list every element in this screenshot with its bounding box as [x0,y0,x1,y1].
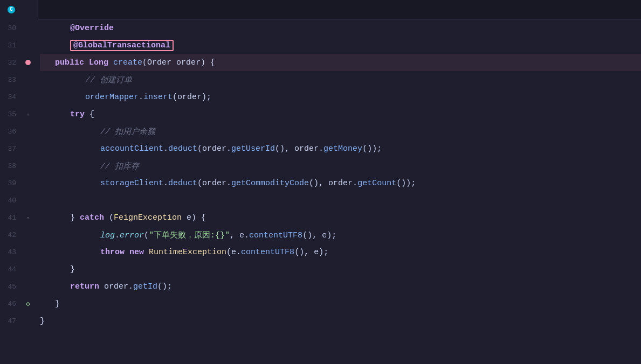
line-content: accountClient.deduct(order.getUserId(), … [100,144,382,153]
token-exception-type: FeignException [114,213,182,222]
token-plain: ()); [396,179,416,188]
line-content: return order.getId(); [70,282,172,291]
line-content: } [70,265,75,274]
code-line: throw new RuntimeException(e.contentUTF8… [40,243,641,261]
token-plain: . [115,231,120,240]
code-line: } [40,295,641,312]
line-content: orderMapper.insert(order); [85,93,211,102]
token-method: orderMapper [85,93,139,102]
line-content: storageClient.deduct(order.getCommodityC… [100,179,416,188]
code-line: } [40,261,641,278]
code-content: @Override@GlobalTransactionalpublic Long… [38,19,641,364]
gutter-row: 42 [0,226,38,243]
token-plain [84,58,89,67]
line-number: 45 [0,283,20,291]
line-number: 44 [0,265,20,274]
code-line [40,192,641,209]
fold-arrow[interactable]: ▾ [26,214,30,221]
line-content: try { [70,110,94,119]
gutter-row: 31 [0,37,38,54]
token-plain: (), order. [275,144,323,153]
token-plain: } [40,317,45,326]
token-plain [125,248,129,257]
line-content: public Long create(Order order) { [55,58,215,67]
line-content: } [55,299,60,309]
token-plain: (), e); [294,248,328,257]
code-editor: 303132333435▾363738394041▾4243444546◇47 … [0,19,641,364]
gutter-row: 43 [0,243,38,261]
line-number: 39 [0,179,20,187]
line-number: 46 [0,300,20,308]
gutter-icons: ▾ [20,111,36,118]
token-comment-cn: // 扣用户余额 [100,128,155,137]
token-log-method: log [100,231,115,240]
token-method: accountClient [100,144,163,153]
gutter-icons: ▾ [20,214,36,221]
gutter-row: 47 [0,312,38,330]
code-line: @Override [40,19,641,37]
token-comment-cn: // 创建订单 [85,76,132,85]
gutter-row: 30 [0,19,38,37]
bookmark-icon[interactable]: ◇ [26,299,30,308]
annotation-box: @GlobalTransactional [70,40,174,51]
line-number: 47 [0,317,20,325]
token-plain: (Order order) { [142,58,215,67]
line-content: // 扣用户余额 [100,127,155,137]
breakpoint-dot[interactable] [25,60,31,65]
token-method: deduct [168,144,197,153]
fold-arrow[interactable]: ▾ [26,111,30,118]
line-number: 34 [0,93,20,101]
line-content: log.error("下单失败，原因:{}", e.contentUTF8(),… [100,230,336,240]
gutter-row: 35▾ [0,106,38,123]
token-plain: } [70,265,75,274]
token-method: getMoney [323,144,362,153]
line-number: 30 [0,24,20,32]
token-plain: . [163,144,168,153]
line-number: 37 [0,145,20,153]
token-comment-cn: // 扣库存 [100,162,139,171]
token-method: contentUTF8 [241,248,294,257]
gutter-row: 46◇ [0,295,38,312]
token-log-method: error [120,231,144,240]
gutter-icons: ◇ [20,299,36,308]
token-kw: public [55,58,84,67]
gutter-row: 40 [0,192,38,209]
token-kw: try [70,110,85,119]
token-kw: Long [89,58,108,67]
token-plain: (); [157,282,172,291]
file-tab[interactable]: C [0,0,38,19]
token-plain: (e. [226,248,241,257]
token-annotation: @Override [70,24,114,33]
token-plain: . [163,179,168,188]
code-line: accountClient.deduct(order.getUserId(), … [40,140,641,157]
token-plain: (order); [173,93,211,102]
token-exception-type: RuntimeException [149,248,226,257]
line-number: 43 [0,248,20,256]
tab-close-button[interactable] [22,5,30,14]
gutter-row: 32 [0,54,38,71]
line-number: 31 [0,41,20,50]
token-plain: ()); [362,144,382,153]
token-kw-flow: throw [100,248,125,257]
gutter-row: 41▾ [0,209,38,226]
code-line: orderMapper.insert(order); [40,88,641,106]
line-content: } [40,317,45,326]
line-number: 42 [0,231,20,239]
token-method: deduct [168,179,197,188]
code-line: return order.getId(); [40,278,641,295]
tab-bar: C [0,0,641,19]
line-content: throw new RuntimeException(e.contentUTF8… [100,248,328,257]
token-method: contentUTF8 [249,231,302,240]
java-file-icon: C [8,6,15,13]
gutter-row: 45 [0,278,38,295]
token-plain: } [70,213,80,222]
gutter-row: 39 [0,174,38,192]
gutter-row: 34 [0,88,38,106]
gutter-icons [20,60,36,65]
token-method: getCount [357,179,396,188]
line-content: } catch (FeignException e) { [70,213,206,222]
gutter-row: 36 [0,123,38,140]
token-plain: } [55,299,60,309]
code-line: @GlobalTransactional [40,37,641,54]
token-kw: return [70,282,99,291]
